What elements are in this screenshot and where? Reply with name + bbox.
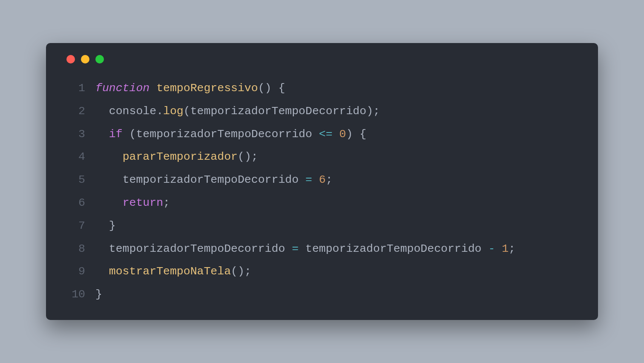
code-token: temporizadorTempoDecorrido xyxy=(190,105,366,118)
code-token: } xyxy=(95,288,102,301)
code-token: mostrarTempoNaTela xyxy=(109,265,231,278)
code-token xyxy=(333,128,339,141)
code-token: <= xyxy=(319,128,333,141)
code-token: 0 xyxy=(339,128,346,141)
code-token: if xyxy=(109,128,123,141)
code-token: ; xyxy=(326,173,333,186)
code-token xyxy=(95,128,109,141)
code-token xyxy=(299,173,305,186)
line-number: 2 xyxy=(66,100,85,123)
code-editor-window: 1function tempoRegressivo() {2 console.l… xyxy=(46,43,598,320)
code-line: 7 } xyxy=(66,215,578,238)
code-token: - xyxy=(488,242,495,255)
code-token: pararTemporizador xyxy=(123,150,238,163)
code-token xyxy=(285,242,292,255)
code-line: 4 pararTemporizador(); xyxy=(66,146,578,169)
code-token xyxy=(495,242,502,255)
line-content: console.log(temporizadorTempoDecorrido); xyxy=(95,100,380,123)
code-token: console xyxy=(109,105,156,118)
code-token xyxy=(95,242,109,255)
code-token: temporizadorTempoDecorrido xyxy=(136,128,312,141)
code-token: ( xyxy=(129,128,136,141)
code-token: = xyxy=(292,242,299,255)
code-token: = xyxy=(305,173,312,186)
code-token: ; xyxy=(251,150,258,163)
code-token: () xyxy=(238,150,251,163)
code-area: 1function tempoRegressivo() {2 console.l… xyxy=(66,77,578,306)
code-token xyxy=(123,128,129,141)
code-token: { xyxy=(359,128,366,141)
code-token: ; xyxy=(163,196,170,209)
code-line: 2 console.log(temporizadorTempoDecorrido… xyxy=(66,100,578,123)
minimize-icon[interactable] xyxy=(81,55,89,63)
line-number: 5 xyxy=(66,169,85,192)
line-number: 9 xyxy=(66,260,85,283)
line-content: pararTemporizador(); xyxy=(95,146,258,169)
line-number: 8 xyxy=(66,238,85,261)
code-token: temporizadorTempoDecorrido xyxy=(123,173,299,186)
titlebar xyxy=(66,55,578,63)
line-number: 4 xyxy=(66,146,85,169)
line-number: 7 xyxy=(66,215,85,238)
code-token: log xyxy=(163,105,184,118)
line-content: } xyxy=(95,283,102,306)
code-token: ; xyxy=(244,265,251,278)
code-token xyxy=(95,196,123,209)
code-token: () xyxy=(258,82,272,95)
line-content: function tempoRegressivo() { xyxy=(95,77,285,100)
code-line: 1function tempoRegressivo() { xyxy=(66,77,578,100)
code-token xyxy=(95,105,109,118)
line-content: temporizadorTempoDecorrido = 6; xyxy=(95,169,333,192)
code-line: 8 temporizadorTempoDecorrido = temporiza… xyxy=(66,238,578,261)
code-token xyxy=(481,242,488,255)
code-token: temporizadorTempoDecorrido xyxy=(109,242,285,255)
code-token: ( xyxy=(184,105,190,118)
code-token xyxy=(312,128,319,141)
line-content: } xyxy=(95,215,116,238)
line-content: return; xyxy=(95,192,170,215)
code-token: () xyxy=(231,265,244,278)
line-content: mostrarTempoNaTela(); xyxy=(95,260,251,283)
code-token xyxy=(150,82,156,95)
code-token xyxy=(95,265,109,278)
code-token xyxy=(95,150,123,163)
code-token xyxy=(272,82,279,95)
maximize-icon[interactable] xyxy=(95,55,104,63)
line-number: 10 xyxy=(66,283,85,306)
code-token xyxy=(312,173,319,186)
code-token: ) xyxy=(346,128,353,141)
code-line: 5 temporizadorTempoDecorrido = 6; xyxy=(66,169,578,192)
code-line: 9 mostrarTempoNaTela(); xyxy=(66,260,578,283)
code-token: { xyxy=(278,82,285,95)
code-line: 10} xyxy=(66,283,578,306)
line-content: temporizadorTempoDecorrido = temporizado… xyxy=(95,238,515,261)
code-token: 1 xyxy=(502,242,509,255)
line-number: 1 xyxy=(66,77,85,100)
code-token: function xyxy=(95,82,150,95)
code-token: return xyxy=(123,196,163,209)
code-token: } xyxy=(109,219,116,232)
line-number: 6 xyxy=(66,192,85,215)
code-token: ; xyxy=(373,105,380,118)
code-token xyxy=(353,128,359,141)
code-token: ; xyxy=(509,242,515,255)
line-content: if (temporizadorTempoDecorrido <= 0) { xyxy=(95,123,366,146)
code-line: 3 if (temporizadorTempoDecorrido <= 0) { xyxy=(66,123,578,146)
code-token: ) xyxy=(366,105,373,118)
code-token xyxy=(95,219,109,232)
code-line: 6 return; xyxy=(66,192,578,215)
line-number: 3 xyxy=(66,123,85,146)
code-token xyxy=(95,173,123,186)
code-token: . xyxy=(156,105,163,118)
code-token: 6 xyxy=(319,173,326,186)
code-token: temporizadorTempoDecorrido xyxy=(305,242,481,255)
code-token: tempoRegressivo xyxy=(156,82,258,95)
code-token xyxy=(299,242,305,255)
close-icon[interactable] xyxy=(66,55,75,63)
